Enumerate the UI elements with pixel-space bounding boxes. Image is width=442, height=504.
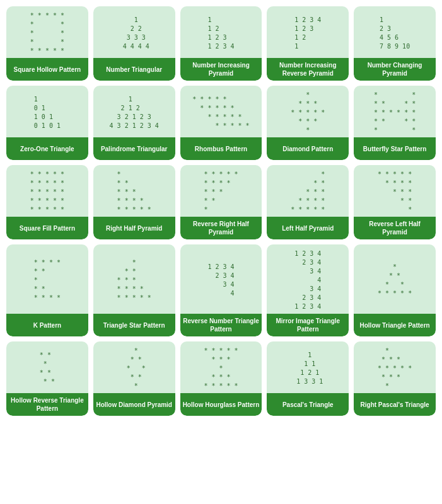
reverse-left-half-pyramid-pattern: * * * * * * * * * * * * * * * [378,170,412,214]
number-changing-pyramid-content: 1 2 3 4 5 6 7 8 9 10 [354,6,436,58]
butterfly-star-pattern: * * * * * * * * * * * * * * * * * *Butte… [354,86,436,160]
number-increasing-pyramid-content: 1 1 2 1 2 3 1 2 3 4 [180,6,262,58]
hollow-reverse-triangle-pattern-pattern: * * * * * * * [40,351,55,386]
hollow-reverse-triangle-pattern: * * * * * * *Hollow Reverse Triangle Pat… [6,341,88,416]
reverse-right-half-pyramid-label: Reverse Right Half Pyramid [180,217,262,239]
palindrome-triangular-content: 1 2 1 2 3 2 1 2 3 4 3 2 1 2 3 4 [93,86,175,137]
hollow-diamond-pyramid-pattern: * * * * * * * * [123,346,146,391]
pascals-triangle-content: 1 1 1 1 2 1 1 3 3 1 [267,341,349,393]
number-increasing-pyramid-label: Number Increasing Pyramid [180,58,262,81]
left-half-pyramid-content: * * * * * * * * * * * * * * * [267,165,349,217]
zero-one-triangle-pattern: 1 0 1 1 0 1 0 1 0 1 [34,95,61,130]
reverse-left-half-pyramid: * * * * * * * * * * * * * * *Reverse Lef… [354,165,436,239]
hollow-reverse-triangle-pattern-label: Hollow Reverse Triangle Pattern [6,393,88,416]
palindrome-triangular: 1 2 1 2 3 2 1 2 3 4 3 2 1 2 3 4Palindrom… [93,86,175,160]
mirror-image-triangle-pattern-pattern: 1 2 3 4 2 3 4 3 4 4 3 4 2 3 4 1 2 3 4 [294,249,321,311]
reverse-right-half-pyramid-pattern: * * * * * * * * * * * * * * * [204,170,238,214]
hollow-reverse-triangle-pattern-content: * * * * * * * [6,341,88,393]
pascals-triangle-label: Pascal's Triangle [267,393,349,416]
number-increasing-pyramid-pattern: 1 1 2 1 2 3 1 2 3 4 [207,16,234,51]
zero-one-triangle-label: Zero-One Triangle [6,137,88,160]
square-fill-pattern: * * * * * * * * * * * * * * * * * * * * … [6,165,88,239]
number-changing-pyramid: 1 2 3 4 5 6 7 8 9 10Number Changing Pyra… [354,6,436,81]
square-fill-pattern-label: Square Fill Pattern [6,217,88,239]
square-hollow-pattern: * * * * * * * * * * * * * * * *Square Ho… [6,6,88,81]
hollow-triangle-pattern-pattern: * * * * * * * * * * [378,263,412,298]
reverse-left-half-pyramid-content: * * * * * * * * * * * * * * * [354,165,436,217]
number-triangular-pattern: 1 2 2 3 3 3 4 4 4 4 [119,16,149,51]
hollow-triangle-pattern-label: Hollow Triangle Pattern [354,314,436,336]
reverse-number-triangle-pattern-label: Reverse Number Triangle Pattern [180,314,262,336]
diamond-pattern-content: * * * * * * * * * * * * * [267,86,349,137]
hollow-hourglass-pattern: * * * * * * * * * * * * * * * * *Hollow … [180,341,262,416]
number-increasing-reverse-pyramid-label: Number Increasing Reverse Pyramid [267,58,349,81]
hollow-triangle-pattern-content: * * * * * * * * * * [354,244,436,314]
reverse-left-half-pyramid-label: Reverse Left Half Pyramid [354,217,436,239]
left-half-pyramid-pattern: * * * * * * * * * * * * * * * [291,170,325,214]
hollow-diamond-pyramid-content: * * * * * * * * [93,341,175,393]
square-hollow-pattern-content: * * * * * * * * * * * * * * * * [6,6,88,58]
reverse-number-triangle-pattern-pattern: 1 2 3 4 2 3 4 3 4 4 [207,263,234,298]
pascals-triangle: 1 1 1 1 2 1 1 3 3 1Pascal's Triangle [267,341,349,416]
square-hollow-pattern-label: Square Hollow Pattern [6,58,88,81]
palindrome-triangular-label: Palindrome Triangular [93,137,175,160]
reverse-right-half-pyramid: * * * * * * * * * * * * * * *Reverse Rig… [180,165,262,239]
square-fill-pattern-pattern: * * * * * * * * * * * * * * * * * * * * … [30,170,64,214]
square-hollow-pattern-pattern: * * * * * * * * * * * * * * * * [30,11,64,55]
pascals-triangle-pattern: 1 1 1 1 2 1 1 3 3 1 [293,351,323,386]
number-triangular-content: 1 2 2 3 3 3 4 4 4 4 [93,6,175,58]
number-changing-pyramid-pattern: 1 2 3 4 5 6 7 8 9 10 [380,16,410,51]
right-pascals-triangle-label: Right Pascal's Triangle [354,393,436,416]
number-changing-pyramid-label: Number Changing Pyramid [354,58,436,81]
mirror-image-triangle-pattern: 1 2 3 4 2 3 4 3 4 4 3 4 2 3 4 1 2 3 4Mir… [267,244,349,336]
k-pattern-label: K Pattern [6,314,88,336]
rhombus-pattern-content: * * * * * * * * * * * * * * * * * * * * [180,86,262,137]
rhombus-pattern-pattern: * * * * * * * * * * * * * * * * * * * * [192,95,249,130]
triangle-star-pattern: * * * * * * * * * * * * * * *Triangle St… [93,244,175,336]
rhombus-pattern: * * * * * * * * * * * * * * * * * * * *R… [180,86,262,160]
left-half-pyramid-label: Left Half Pyramid [267,217,349,239]
diamond-pattern-label: Diamond Pattern [267,137,349,160]
hollow-hourglass-pattern-content: * * * * * * * * * * * * * * * * * [180,341,262,393]
k-pattern-pattern: * * * * * * * * * * * * * [34,258,61,302]
hollow-hourglass-pattern-pattern: * * * * * * * * * * * * * * * * * [204,346,238,391]
mirror-image-triangle-pattern-label: Mirror Image Triangle Pattern [267,314,349,336]
right-pascals-triangle-content: * * * * * * * * * * * * * [354,341,436,393]
reverse-number-triangle-pattern-content: 1 2 3 4 2 3 4 3 4 4 [180,244,262,314]
reverse-number-triangle-pattern: 1 2 3 4 2 3 4 3 4 4Reverse Number Triang… [180,244,262,336]
square-fill-pattern-content: * * * * * * * * * * * * * * * * * * * * … [6,165,88,217]
right-pascals-triangle: * * * * * * * * * * * * *Right Pascal's … [354,341,436,416]
mirror-image-triangle-pattern-content: 1 2 3 4 2 3 4 3 4 4 3 4 2 3 4 1 2 3 4 [267,244,349,314]
triangle-star-pattern-content: * * * * * * * * * * * * * * * [93,244,175,314]
number-increasing-reverse-pyramid-pattern: 1 2 3 4 1 2 3 1 2 1 [294,16,321,51]
hollow-diamond-pyramid: * * * * * * * *Hollow Diamond Pyramid [93,341,175,416]
butterfly-star-pattern-content: * * * * * * * * * * * * * * * * * * [354,86,436,137]
hollow-diamond-pyramid-label: Hollow Diamond Pyramid [93,393,175,416]
right-half-pyramid-label: Right Half Pyramid [93,217,175,239]
k-pattern-content: * * * * * * * * * * * * * [6,244,88,314]
number-increasing-reverse-pyramid: 1 2 3 4 1 2 3 1 2 1Number Increasing Rev… [267,6,349,81]
number-triangular: 1 2 2 3 3 3 4 4 4 4Number Triangular [93,6,175,81]
zero-one-triangle: 1 0 1 1 0 1 0 1 0 1Zero-One Triangle [6,86,88,160]
pattern-grid: * * * * * * * * * * * * * * * *Square Ho… [6,6,436,416]
number-triangular-label: Number Triangular [93,58,175,81]
hollow-hourglass-pattern-label: Hollow Hourglass Pattern [180,393,262,416]
diamond-pattern-pattern: * * * * * * * * * * * * * [291,91,325,135]
right-half-pyramid: * * * * * * * * * * * * * * *Right Half … [93,165,175,239]
butterfly-star-pattern-label: Butterfly Star Pattern [354,137,436,160]
number-increasing-pyramid: 1 1 2 1 2 3 1 2 3 4Number Increasing Pyr… [180,6,262,81]
right-half-pyramid-pattern: * * * * * * * * * * * * * * * [117,170,151,214]
triangle-star-pattern-label: Triangle Star Pattern [93,314,175,336]
k-pattern: * * * * * * * * * * * * *K Pattern [6,244,88,336]
right-pascals-triangle-pattern: * * * * * * * * * * * * * [378,346,412,391]
zero-one-triangle-content: 1 0 1 1 0 1 0 1 0 1 [6,86,88,137]
number-increasing-reverse-pyramid-content: 1 2 3 4 1 2 3 1 2 1 [267,6,349,58]
palindrome-triangular-pattern: 1 2 1 2 3 2 1 2 3 4 3 2 1 2 3 4 [110,95,159,130]
right-half-pyramid-content: * * * * * * * * * * * * * * * [93,165,175,217]
triangle-star-pattern-pattern: * * * * * * * * * * * * * * * [117,258,151,302]
left-half-pyramid: * * * * * * * * * * * * * * *Left Half P… [267,165,349,239]
reverse-right-half-pyramid-content: * * * * * * * * * * * * * * * [180,165,262,217]
hollow-triangle-pattern: * * * * * * * * * *Hollow Triangle Patte… [354,244,436,336]
butterfly-star-pattern-pattern: * * * * * * * * * * * * * * * * * * [374,91,416,135]
rhombus-pattern-label: Rhombus Pattern [180,137,262,160]
